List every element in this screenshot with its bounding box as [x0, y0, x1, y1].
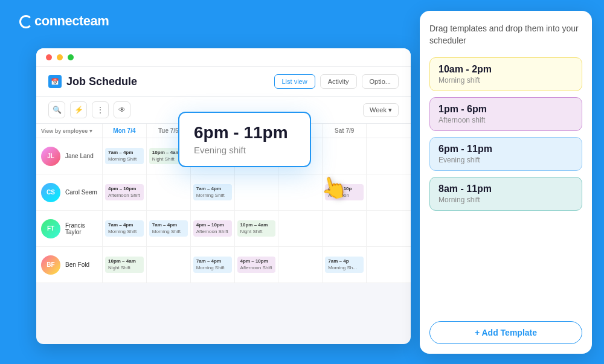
- sat-header: Sat 7/9: [323, 124, 367, 138]
- activity-button[interactable]: Activity: [320, 74, 357, 89]
- calendar-icon: 📅: [48, 75, 62, 88]
- employee-name: Jane Land: [65, 153, 94, 159]
- shift-block: 10pm – 4amNight Shift: [237, 220, 276, 237]
- filter-button[interactable]: ⚡: [70, 101, 87, 118]
- app-window: 📅 Job Schedule List view Activity Optio.…: [36, 48, 411, 344]
- shift-cell[interactable]: 7am – 4pmMorning Shift: [147, 211, 191, 246]
- close-dot: [46, 54, 52, 60]
- shift-block: 7am – 4pmMorning Shift: [193, 184, 232, 200]
- shift-cell[interactable]: 7am – 4pmMorning Shift: [103, 211, 147, 246]
- more-button[interactable]: ⋮: [92, 101, 109, 118]
- shift-cell[interactable]: [323, 138, 367, 174]
- shift-block: 7am – 4pmMorning Shift: [193, 257, 232, 273]
- template-card[interactable]: 8am - 11pmMorning shift: [429, 177, 582, 211]
- shift-cell[interactable]: 4pm – 10pmAfternoon Shift: [103, 174, 147, 210]
- week-selector[interactable]: Week ▾: [363, 103, 399, 117]
- employee-info: FTFrancis Taylor: [36, 211, 103, 246]
- shift-cell[interactable]: [278, 174, 323, 210]
- drag-card: 6pm - 11pm Evening shift: [178, 112, 311, 167]
- shift-block: 7am – 4pmMorning Shift: [149, 220, 188, 237]
- shift-cell[interactable]: 4pm – 10pmAfternoon Shift: [235, 247, 279, 283]
- shift-cell[interactable]: 7am – 4pmMorning Shift: [191, 247, 235, 283]
- template-card[interactable]: 6pm - 11pmEvening shift: [429, 137, 582, 171]
- shift-block: 7am – 4pmMorning Shift: [105, 220, 144, 237]
- page-title: Job Schedule: [66, 75, 137, 88]
- avatar: FT: [41, 219, 60, 238]
- search-button[interactable]: 🔍: [48, 101, 65, 118]
- employee-info: JLJane Land: [36, 138, 103, 174]
- list-view-button[interactable]: List view: [274, 74, 315, 89]
- template-time: 1pm - 6pm: [439, 104, 573, 115]
- shift-cell[interactable]: [147, 247, 191, 283]
- window-header: 📅 Job Schedule List view Activity Optio.…: [36, 67, 411, 97]
- drag-card-time: 6pm - 11pm: [194, 124, 295, 142]
- shift-cell[interactable]: [278, 247, 323, 283]
- template-time: 6pm - 11pm: [439, 144, 573, 155]
- template-label: Evening shift: [439, 156, 573, 164]
- shift-cell[interactable]: 10pm – 4amNight Shift: [103, 247, 147, 283]
- shift-cell[interactable]: 4pm – 10pmAfternoon Shift: [191, 211, 235, 246]
- shift-block: 4pm – 10pmAfternoon Shift: [193, 220, 232, 237]
- shift-block: 4pm – 10pmAfternoon Shift: [237, 257, 276, 273]
- view-toggle-button[interactable]: 👁: [114, 101, 130, 118]
- template-label: Morning shift: [439, 196, 573, 204]
- logo-text: connecteam: [34, 13, 109, 29]
- mon-header: Mon 7/4: [103, 124, 147, 138]
- employee-info: BFBen Fold: [36, 247, 103, 283]
- shift-block: 7am – 4pmMorning Shift: [105, 148, 144, 164]
- shift-cell[interactable]: [235, 174, 279, 210]
- minimize-dot: [57, 54, 63, 60]
- employee-name: Francis Taylor: [65, 222, 97, 235]
- template-label: Morning shift: [439, 76, 573, 85]
- employee-name: Carol Seem: [65, 189, 97, 196]
- header-actions: List view Activity Optio...: [274, 74, 399, 89]
- title-bar: [36, 48, 411, 67]
- avatar: BF: [41, 255, 60, 275]
- shift-cell[interactable]: 7am – 4pmMorning Shift: [103, 138, 147, 174]
- template-card[interactable]: 1pm - 6pmAfternoon shift: [429, 97, 582, 131]
- template-label: Afternoon shift: [439, 116, 573, 124]
- logo: connecteam: [19, 13, 109, 29]
- avatar: JL: [41, 147, 60, 166]
- add-template-button[interactable]: + Add Template: [429, 321, 582, 344]
- options-button[interactable]: Optio...: [362, 74, 399, 89]
- window-title: 📅 Job Schedule: [48, 75, 137, 88]
- shift-cell[interactable]: 10pm – 4amNight Shift: [235, 211, 279, 246]
- template-card[interactable]: 10am - 2pmMorning shift: [429, 57, 582, 91]
- template-cards: 10am - 2pmMorning shift1pm - 6pmAfternoo…: [429, 57, 582, 211]
- logo-icon: [19, 15, 33, 28]
- shift-cell[interactable]: 7am – 4pMorning Sh...: [323, 247, 367, 283]
- shift-cell[interactable]: 7am – 4pmMorning Shift: [191, 174, 235, 210]
- maximize-dot: [68, 54, 74, 60]
- employee-name: Ben Fold: [65, 261, 89, 268]
- template-time: 10am - 2pm: [439, 64, 573, 75]
- employee-header: View by employee ▾: [36, 124, 103, 138]
- table-row: BFBen Fold10pm – 4amNight Shift7am – 4pm…: [36, 247, 411, 283]
- employee-info: CSCarol Seem: [36, 174, 103, 210]
- shift-cell[interactable]: [278, 211, 323, 246]
- template-time: 8am - 11pm: [439, 184, 573, 194]
- right-panel: Drag templates and drop them into your s…: [420, 11, 592, 354]
- avatar: CS: [41, 183, 60, 202]
- table-row: CSCarol Seem4pm – 10pmAfternoon Shift7am…: [36, 174, 411, 211]
- shift-block: 10pm – 4amNight Shift: [105, 257, 144, 273]
- table-row: FTFrancis Taylor7am – 4pmMorning Shift7a…: [36, 211, 411, 247]
- shift-block: 7am – 4pMorning Sh...: [325, 257, 364, 273]
- shift-cell[interactable]: [147, 174, 191, 210]
- panel-title: Drag templates and drop them into your s…: [429, 23, 582, 50]
- drag-card-label: Evening shift: [194, 145, 295, 155]
- shift-cell[interactable]: [323, 211, 367, 246]
- shift-block: 4pm – 10pmAfternoon Shift: [105, 184, 144, 200]
